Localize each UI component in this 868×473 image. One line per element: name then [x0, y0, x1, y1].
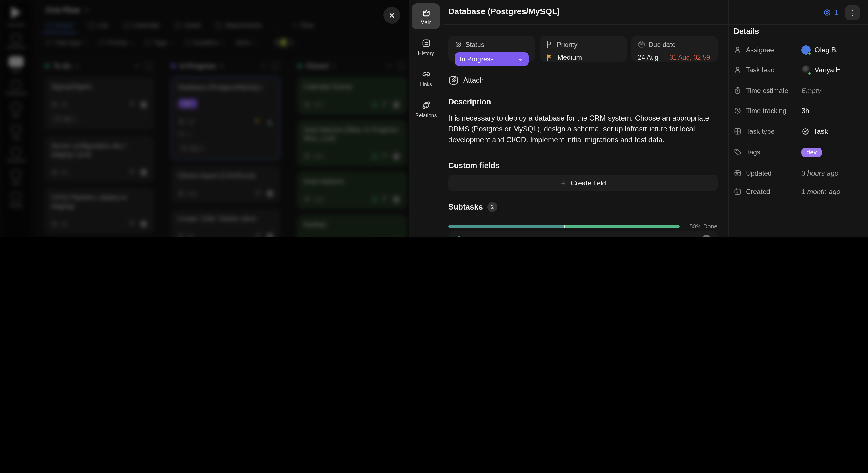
details-panel: Details Assignee Oleg B. Task lead Vanya…: [734, 0, 868, 236]
avatar: [801, 45, 811, 55]
detail-row-assignee[interactable]: Assignee Oleg B.: [734, 46, 862, 54]
description-text[interactable]: It is necessary to deploy a database for…: [448, 113, 718, 146]
app-window: Dashboard Tasks Whiteboards Docs Clips T…: [0, 0, 868, 236]
plus-icon: [560, 179, 567, 186]
clock-icon: [734, 107, 741, 115]
priority-value[interactable]: Medium: [546, 53, 621, 61]
check-circle-icon: [801, 127, 809, 135]
tag-icon: [734, 148, 741, 156]
tab-links[interactable]: Links: [412, 65, 440, 91]
arrow-right-icon: →: [661, 54, 667, 61]
divider: [443, 0, 443, 236]
calendar-icon: [734, 169, 741, 177]
tab-main[interactable]: Main: [412, 3, 440, 29]
subtasks-count-badge: 2: [487, 202, 497, 212]
custom-fields-heading: Custom fields: [448, 161, 500, 170]
divider: [448, 92, 718, 92]
subtask-list: Select DB Design DB: [448, 231, 718, 236]
attach-button[interactable]: Attach: [448, 75, 484, 86]
details-heading: Details: [734, 27, 759, 36]
priority-flag-icon: [546, 41, 553, 48]
detail-row-tags[interactable]: Tags dev: [734, 148, 862, 156]
paperclip-icon: [448, 75, 459, 86]
timer-icon: [734, 87, 741, 95]
person-icon: [734, 66, 741, 74]
detail-row-task-type[interactable]: Task type Task: [734, 127, 862, 135]
progress-rest-segment: [565, 225, 680, 228]
detail-row-updated: Updated 3 hours ago: [734, 169, 862, 177]
status-icon: [455, 41, 462, 48]
task-main-content: Status In Progress Priority Medium Due d…: [448, 0, 718, 236]
person-icon: [734, 46, 741, 54]
tab-relations[interactable]: Relations: [412, 96, 440, 122]
status-select[interactable]: In Progress: [455, 52, 529, 66]
due-date-value[interactable]: 24 Aug→31 Aug, 02:59: [638, 54, 711, 61]
close-icon: ✕: [389, 11, 395, 20]
divider: [728, 0, 729, 236]
chevron-down-icon: [517, 56, 524, 62]
link-icon: [421, 69, 431, 79]
crown-icon: [421, 7, 431, 17]
subtask-row[interactable]: Select DB: [448, 231, 718, 236]
detail-row-task-lead[interactable]: Task lead Vanya H.: [734, 66, 862, 74]
subtask-open-icon[interactable]: [455, 235, 462, 236]
close-button[interactable]: ✕: [383, 7, 400, 24]
tag-pill[interactable]: dev: [801, 147, 822, 157]
status-card: Status In Progress: [448, 36, 535, 62]
assignee-avatar[interactable]: [702, 235, 711, 236]
priority-card: Priority Medium: [539, 36, 627, 62]
description-heading: Description: [448, 98, 491, 106]
task-detail-panel: ✕ Main History Links Relations Database …: [409, 0, 868, 236]
grid-icon: [734, 128, 741, 135]
history-icon: [421, 38, 431, 48]
calendar-icon: [638, 41, 645, 48]
calendar-icon: [734, 188, 741, 196]
progress-label: 50% Done: [689, 223, 718, 230]
avatar: [801, 65, 811, 75]
flag-icon: [546, 54, 553, 61]
detail-row-time-tracking[interactable]: Time tracking 3h: [734, 107, 862, 115]
task-panel-tabs: Main History Links Relations: [412, 3, 440, 122]
relations-icon: [421, 100, 431, 110]
detail-row-time-estimate[interactable]: Time estimate Empty: [734, 87, 862, 95]
detail-row-created: Created 1 month ago: [734, 188, 862, 196]
subtasks-heading: Subtasks: [448, 202, 483, 211]
progress-done-segment: [448, 225, 564, 228]
due-date-card: Due date 24 Aug→31 Aug, 02:59: [631, 36, 718, 62]
tab-history[interactable]: History: [412, 34, 440, 60]
create-field-button[interactable]: Create field: [448, 175, 718, 191]
subtasks-progress: 50% Done: [448, 223, 718, 230]
